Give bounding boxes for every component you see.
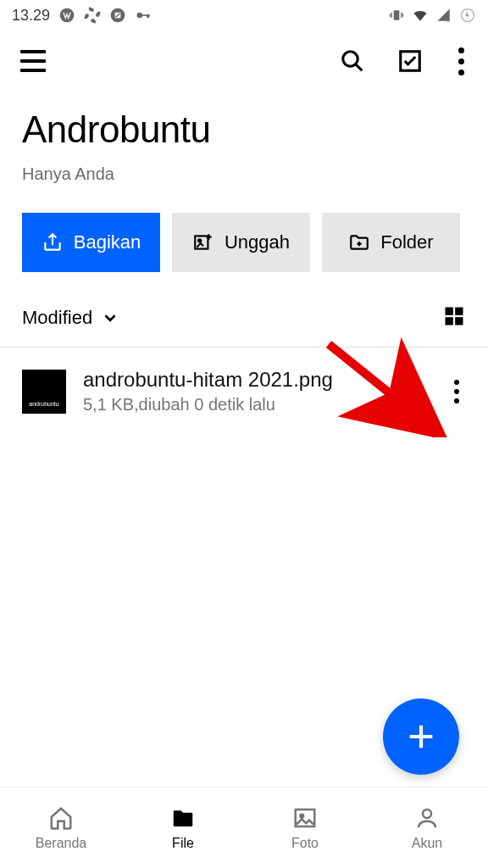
svg-rect-7 bbox=[394, 10, 400, 20]
upload-button[interactable]: Unggah bbox=[172, 213, 310, 272]
status-bar: 13.29 x bbox=[0, 0, 488, 31]
account-icon bbox=[414, 805, 440, 831]
svg-text:x: x bbox=[446, 16, 450, 24]
key-icon bbox=[135, 7, 152, 24]
menu-button[interactable] bbox=[20, 50, 46, 72]
svg-rect-5 bbox=[147, 14, 148, 18]
svg-point-3 bbox=[137, 13, 143, 19]
folder-button[interactable]: Folder bbox=[322, 213, 460, 272]
photo-icon bbox=[292, 805, 318, 831]
file-list: androbuntu androbuntu-hitam 2021.png 5,1… bbox=[0, 348, 488, 435]
bottom-nav: Beranda File Foto Akun bbox=[0, 787, 488, 868]
file-meta: 5,1 KB,diubah 0 detik lalu bbox=[83, 395, 430, 415]
svg-rect-6 bbox=[148, 14, 150, 17]
nav-photo-label: Foto bbox=[291, 836, 319, 851]
battery-icon bbox=[459, 7, 476, 24]
share-button[interactable]: Bagikan bbox=[22, 213, 160, 272]
nav-home[interactable]: Beranda bbox=[0, 787, 122, 868]
nav-account-label: Akun bbox=[412, 836, 442, 851]
home-icon bbox=[48, 805, 74, 831]
svg-rect-16 bbox=[455, 308, 463, 315]
sort-button[interactable]: Modified bbox=[22, 307, 119, 329]
nav-file-label: File bbox=[172, 836, 194, 851]
sort-label: Modified bbox=[22, 307, 92, 329]
add-fab[interactable] bbox=[383, 698, 459, 775]
signal-icon: x bbox=[435, 7, 452, 24]
chevron-down-icon bbox=[101, 309, 119, 327]
vibrate-icon bbox=[388, 7, 405, 24]
search-button[interactable] bbox=[340, 48, 365, 74]
page-title: Androbuntu bbox=[22, 108, 466, 151]
share-label: Bagikan bbox=[74, 231, 141, 253]
more-options-button[interactable] bbox=[455, 44, 468, 79]
status-time: 13.29 bbox=[12, 7, 50, 25]
file-thumbnail: androbuntu bbox=[22, 370, 66, 414]
file-item[interactable]: androbuntu androbuntu-hitam 2021.png 5,1… bbox=[0, 348, 488, 435]
svg-rect-18 bbox=[455, 317, 463, 325]
nav-file[interactable]: File bbox=[122, 787, 244, 868]
page-subtitle: Hanya Anda bbox=[22, 164, 466, 184]
svg-point-14 bbox=[198, 239, 201, 242]
svg-line-11 bbox=[356, 64, 363, 71]
folder-icon bbox=[170, 805, 196, 831]
upload-label: Unggah bbox=[225, 231, 290, 253]
grid-icon bbox=[442, 304, 466, 328]
svg-rect-15 bbox=[446, 308, 453, 315]
file-name: androbuntu-hitam 2021.png bbox=[83, 368, 430, 392]
grid-view-button[interactable] bbox=[442, 304, 466, 331]
sort-row: Modified bbox=[0, 272, 488, 348]
svg-point-10 bbox=[343, 52, 358, 67]
nav-home-label: Beranda bbox=[36, 836, 87, 851]
plus-icon bbox=[404, 720, 438, 754]
pinwheel-icon bbox=[84, 7, 101, 24]
svg-point-21 bbox=[300, 814, 303, 817]
action-row: Bagikan Unggah Folder bbox=[0, 192, 488, 272]
svg-rect-17 bbox=[446, 317, 453, 325]
nav-photo[interactable]: Foto bbox=[244, 787, 366, 868]
select-button[interactable] bbox=[397, 48, 423, 74]
nav-account[interactable]: Akun bbox=[366, 787, 488, 868]
app-icon bbox=[109, 7, 126, 24]
wordpress-icon bbox=[58, 7, 75, 24]
wifi-icon bbox=[412, 7, 429, 24]
file-more-button[interactable] bbox=[447, 373, 466, 410]
folder-label: Folder bbox=[380, 231, 433, 253]
page-header: Androbuntu Hanya Anda bbox=[0, 92, 488, 192]
app-toolbar bbox=[0, 31, 488, 92]
svg-point-22 bbox=[423, 810, 431, 818]
